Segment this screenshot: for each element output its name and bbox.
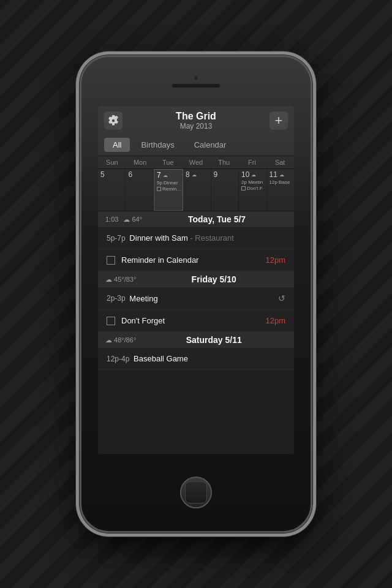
calendar-day-headers: Sun Mon Tue Wed Thu Fri Sat (98, 156, 294, 169)
recurring-icon: ↺ (278, 293, 285, 303)
reminder-checkbox[interactable] (107, 256, 115, 265)
event-list: 1:03 ☁ 64° Today, Tue 5/7 5p-7p Dinner w… (98, 211, 294, 454)
speaker (172, 83, 221, 88)
cal-cell-7-today[interactable]: 7 ☁ 5p Dinner Remin… (154, 169, 183, 211)
weather-today: ☁ 64° (123, 216, 142, 224)
baseball-name: Baseball Game (134, 354, 188, 363)
saturday-label: Saturday 5/11 (141, 335, 287, 345)
dinner-time: 5p-7p (107, 234, 129, 243)
dont-forget-row[interactable]: Don't Forget 12pm (98, 310, 294, 332)
meeting-name: Meeting (129, 294, 157, 303)
app-title: The Grid (176, 111, 216, 122)
cal-cell-10[interactable]: 10 ☁ 2p Meetin Don't F (239, 169, 266, 211)
app-container: The Grid May 2013 + All Birthdays Calend… (98, 106, 294, 454)
weather-saturday: ☁ 48°/86° (105, 336, 136, 344)
weather-icon-8: ☁ (192, 172, 197, 178)
camera (193, 75, 199, 81)
dinner-name: Dinner with Sam (129, 233, 187, 243)
mini-checkbox-7 (157, 187, 161, 191)
dont-forget-checkbox[interactable] (107, 317, 115, 325)
weather-icon-11: ☁ (279, 172, 284, 178)
screen: The Grid May 2013 + All Birthdays Calend… (98, 106, 294, 454)
day-header-friday: ☁ 45°/83° Friday 5/10 (98, 271, 294, 287)
home-button[interactable] (180, 477, 212, 508)
meeting-event-row[interactable]: 2p-3p Meeting ↺ (98, 287, 294, 310)
add-button[interactable]: + (270, 111, 288, 130)
phone-bottom (180, 454, 212, 531)
cal-cell-5[interactable]: 5 (98, 169, 126, 211)
weather-friday: ☁ 45°/83° (105, 276, 136, 284)
meeting-time: 2p-3p (107, 294, 129, 303)
phone-top (81, 57, 311, 106)
reminder-time: 12pm (265, 255, 285, 265)
baseball-time: 12p-4p (107, 355, 134, 363)
weather-icon-7: ☁ (163, 173, 168, 178)
day-header-wed: Wed (182, 156, 210, 168)
dinner-event-row[interactable]: 5p-7p Dinner with Sam - Restaurant (98, 227, 294, 249)
home-button-inner (185, 481, 207, 503)
mini-checkbox-10 (241, 186, 246, 190)
day-header-tue: Tue (154, 156, 182, 168)
tab-bar: All Birthdays Calendar (98, 134, 294, 156)
dont-forget-time: 12pm (265, 316, 285, 325)
tab-all[interactable]: All (104, 138, 130, 152)
cal-cell-6[interactable]: 6 (126, 169, 153, 211)
day-header-sat: Sat (266, 156, 294, 168)
reminder-label: Reminder in Calendar (121, 255, 259, 265)
day-header-thu: Thu (210, 156, 238, 168)
header: The Grid May 2013 + (98, 106, 294, 134)
tab-birthdays[interactable]: Birthdays (132, 138, 183, 152)
dont-forget-label: Don't Forget (121, 316, 259, 325)
app-subtitle: May 2013 (176, 122, 216, 130)
phone-shell: The Grid May 2013 + All Birthdays Calend… (80, 55, 312, 533)
header-title: The Grid May 2013 (176, 111, 216, 130)
calendar-week: 5 6 7 ☁ 5p Dinner Remin… (98, 169, 294, 211)
dinner-location: - Restaurant (188, 233, 234, 243)
settings-button[interactable] (104, 111, 123, 130)
day-header-saturday: ☁ 48°/86° Saturday 5/11 (98, 332, 294, 348)
friday-label: Friday 5/10 (141, 274, 287, 284)
reminder-calendar-row[interactable]: Reminder in Calendar 12pm (98, 249, 294, 271)
tab-calendar[interactable]: Calendar (186, 138, 235, 152)
weather-icon-10: ☁ (251, 172, 256, 178)
day-header-fri: Fri (238, 156, 266, 168)
plus-icon: + (275, 114, 283, 127)
cal-cell-11[interactable]: 11 ☁ 12p Base (267, 169, 294, 211)
baseball-event-row[interactable]: 12p-4p Baseball Game (98, 348, 294, 370)
current-time: 1:03 (105, 216, 118, 223)
gear-icon (108, 115, 119, 126)
today-label: Today, Tue 5/7 (147, 214, 287, 224)
cal-cell-9[interactable]: 9 (211, 169, 239, 211)
cal-cell-8[interactable]: 8 ☁ (183, 169, 211, 211)
day-header-today: 1:03 ☁ 64° Today, Tue 5/7 (98, 211, 294, 227)
day-header-mon: Mon (126, 156, 154, 168)
day-header-sun: Sun (98, 156, 126, 168)
